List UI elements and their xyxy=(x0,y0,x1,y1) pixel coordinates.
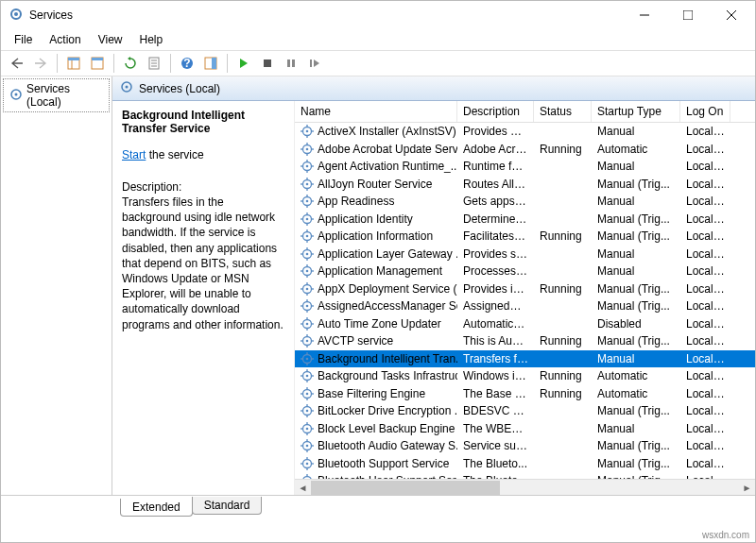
service-row[interactable]: App ReadinessGets apps re...ManualLocal … xyxy=(295,193,755,211)
show-hide-action-pane-button[interactable] xyxy=(200,53,221,74)
service-startup: Disabled xyxy=(592,316,680,331)
maximize-button[interactable] xyxy=(666,1,710,29)
tree-item-services-local[interactable]: Services (Local) xyxy=(3,78,110,112)
service-row[interactable]: Agent Activation Runtime_...Runtime for.… xyxy=(295,158,755,176)
pause-service-button[interactable] xyxy=(281,53,301,74)
service-row[interactable]: Bluetooth Support ServiceThe Blueto...Ma… xyxy=(295,455,755,473)
menu-help[interactable]: Help xyxy=(132,31,171,48)
service-name: Adobe Acrobat Update Serv... xyxy=(318,143,457,156)
service-name: Background Intelligent Tran... xyxy=(318,352,457,365)
service-row[interactable]: AllJoyn Router ServiceRoutes AllJo...Man… xyxy=(295,176,755,194)
service-startup: Manual xyxy=(592,124,680,139)
service-row[interactable]: Bluetooth Audio Gateway S...Service sup.… xyxy=(295,437,755,455)
export-list-button[interactable] xyxy=(87,53,108,74)
service-name: App Readiness xyxy=(318,195,394,208)
col-status[interactable]: Status xyxy=(534,101,592,122)
show-hide-tree-button[interactable] xyxy=(63,53,84,74)
service-description: Determines ... xyxy=(457,212,534,227)
forward-button[interactable] xyxy=(30,53,51,74)
service-status xyxy=(534,463,592,465)
gear-icon xyxy=(301,404,314,417)
service-status xyxy=(534,445,592,447)
svg-point-46 xyxy=(306,182,309,185)
col-logon[interactable]: Log On xyxy=(680,101,730,122)
scroll-right-icon[interactable]: ► xyxy=(739,480,755,496)
help-button[interactable]: ? xyxy=(177,53,198,74)
scroll-left-icon[interactable]: ◄ xyxy=(295,480,311,496)
stop-service-button[interactable] xyxy=(257,53,278,74)
menu-file[interactable]: File xyxy=(7,31,40,48)
back-button[interactable] xyxy=(7,53,27,74)
service-startup: Manual (Trig... xyxy=(592,438,680,453)
service-status xyxy=(534,130,592,132)
svg-point-58 xyxy=(306,217,309,220)
menu-view[interactable]: View xyxy=(91,31,130,48)
service-description: Routes AllJo... xyxy=(457,177,534,192)
svg-point-26 xyxy=(126,86,129,89)
svg-rect-21 xyxy=(292,59,295,67)
service-description: AssignedAc... xyxy=(457,298,534,314)
horizontal-scrollbar[interactable]: ◄ ► xyxy=(295,479,755,495)
service-status: Running xyxy=(534,142,592,157)
properties-button[interactable] xyxy=(144,53,164,74)
service-description: BDESVC hos... xyxy=(457,403,534,418)
service-row[interactable]: Background Intelligent Tran...Transfers … xyxy=(295,350,755,368)
title-bar: Services xyxy=(1,1,755,29)
svg-point-100 xyxy=(306,340,309,343)
svg-point-136 xyxy=(306,445,309,448)
service-row[interactable]: Base Filtering EngineThe Base Fil...Runn… xyxy=(295,385,755,403)
service-row[interactable]: BitLocker Drive Encryption ...BDESVC hos… xyxy=(295,402,755,420)
service-logon: Local Sy xyxy=(680,421,730,436)
start-service-link[interactable]: Start xyxy=(122,148,146,161)
tab-extended[interactable]: Extended xyxy=(120,499,193,517)
service-row[interactable]: AssignedAccessManager Se...AssignedAc...… xyxy=(295,297,755,315)
service-status xyxy=(534,358,592,360)
service-status xyxy=(534,165,592,167)
service-row[interactable]: AppX Deployment Service (...Provides inf… xyxy=(295,280,755,298)
service-logon: Local Sy xyxy=(680,368,730,383)
gear-icon xyxy=(301,160,314,173)
service-name: Base Filtering Engine xyxy=(318,387,425,400)
service-status xyxy=(534,253,592,255)
gear-icon xyxy=(301,143,314,156)
col-description[interactable]: Description xyxy=(457,101,534,122)
service-startup: Manual (Trig... xyxy=(592,403,680,418)
col-startup-type[interactable]: Startup Type xyxy=(592,101,680,122)
col-name[interactable]: Name xyxy=(295,101,457,122)
service-row[interactable]: Auto Time Zone UpdaterAutomatica...Disab… xyxy=(295,315,755,333)
svg-rect-7 xyxy=(68,58,79,60)
service-startup: Manual (Trig... xyxy=(592,298,680,314)
service-description: The WBENG... xyxy=(457,421,534,436)
restart-service-button[interactable] xyxy=(304,53,325,74)
service-row[interactable]: Application IdentityDetermines ...Manual… xyxy=(295,211,755,229)
service-description: Transfers fil... xyxy=(457,351,534,366)
refresh-button[interactable] xyxy=(120,53,141,74)
service-logon: Local Se xyxy=(680,246,730,262)
service-row[interactable]: Application Layer Gateway ...Provides su… xyxy=(295,246,755,263)
service-logon: Local Se xyxy=(680,386,730,401)
service-row[interactable]: ActiveX Installer (AxInstSV)Provides Us.… xyxy=(295,123,755,141)
service-status: Running xyxy=(534,229,592,244)
service-row[interactable]: Block Level Backup Engine ...The WBENG..… xyxy=(295,420,755,438)
close-button[interactable] xyxy=(710,1,753,29)
service-description: Adobe Acro... xyxy=(457,142,534,157)
service-name: Application Management xyxy=(318,264,442,278)
minimize-button[interactable] xyxy=(623,1,666,29)
service-row[interactable]: Adobe Acrobat Update Serv...Adobe Acro..… xyxy=(295,141,755,159)
tab-standard[interactable]: Standard xyxy=(192,497,263,515)
svg-rect-18 xyxy=(212,58,216,69)
scroll-thumb[interactable] xyxy=(311,481,500,495)
service-name: ActiveX Installer (AxInstSV) xyxy=(318,125,456,138)
service-row[interactable]: Background Tasks Infrastruc...Windows in… xyxy=(295,367,755,385)
service-description: Service sup... xyxy=(457,438,534,453)
menu-action[interactable]: Action xyxy=(42,31,88,48)
service-startup: Manual xyxy=(592,351,680,366)
service-description: Runtime for... xyxy=(457,159,534,174)
service-row[interactable]: AVCTP serviceThis is Audi...RunningManua… xyxy=(295,332,755,350)
svg-point-28 xyxy=(306,130,309,133)
service-row[interactable]: Application InformationFacilitates t...R… xyxy=(295,228,755,246)
column-headers: Name Description Status Startup Type Log… xyxy=(295,101,755,123)
service-description: Automatica... xyxy=(457,316,534,331)
start-service-button[interactable] xyxy=(233,53,254,74)
service-row[interactable]: Application ManagementProcesses in...Man… xyxy=(295,263,755,280)
